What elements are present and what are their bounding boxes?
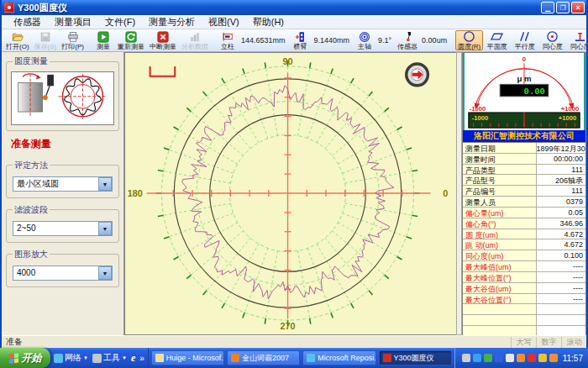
mode-concentricity-1[interactable]: 同心度 bbox=[538, 30, 566, 50]
toolbar-button-label: 分析数据 bbox=[181, 43, 208, 50]
rotate-arrow-button[interactable] bbox=[407, 64, 428, 86]
restore-button[interactable]: ❐ bbox=[556, 2, 570, 13]
method-combobox[interactable]: 最小区域圆 ▼ bbox=[13, 176, 113, 192]
quicklaunch-tools[interactable]: 工具▼ bbox=[92, 352, 127, 364]
table-row: 产品类型111 bbox=[463, 165, 585, 176]
column-readout-value: 144.6531mm bbox=[239, 36, 289, 45]
printer-tray-icon[interactable] bbox=[462, 354, 470, 362]
qq2-icon[interactable] bbox=[549, 354, 558, 362]
sensor-readout-button[interactable]: 传感器 bbox=[395, 31, 420, 50]
messenger-icon[interactable] bbox=[473, 354, 481, 362]
qq-icon[interactable] bbox=[517, 354, 525, 362]
result-label: 最大谷值(um) bbox=[463, 283, 537, 293]
menu-item-file[interactable]: 文件(F) bbox=[98, 15, 142, 29]
task-buttons: Huige - Microsof...金山词霸2007Microsoft Rep… bbox=[149, 348, 454, 368]
roundness-illustration bbox=[11, 71, 114, 125]
window-title: Y300圆度仪 bbox=[18, 2, 541, 14]
titlebar: Y300圆度仪 ▁ ❐ ✕ bbox=[2, 0, 586, 15]
print-button[interactable]: 打印(P) bbox=[59, 30, 87, 50]
toolbar-button-label: 圆度(R) bbox=[458, 43, 480, 50]
redo-icon bbox=[125, 31, 137, 43]
task-button[interactable]: Huige - Microsof... bbox=[151, 350, 224, 365]
column-readout-button[interactable]: 立柱 bbox=[216, 31, 239, 50]
windows-logo-icon bbox=[9, 353, 19, 363]
main-area: 圆度测量 bbox=[2, 52, 586, 335]
toolbar-button-label: 测量 bbox=[97, 43, 110, 50]
taskbar: 开始 网络▼工具▼e» Huige - Microsof...金山词霸2007M… bbox=[0, 348, 588, 368]
toolbar-button-label: 主轴 bbox=[358, 43, 371, 50]
remeasure-button[interactable]: 重新测量 bbox=[115, 30, 147, 50]
parallel-icon bbox=[518, 30, 531, 43]
open-button[interactable]: 打开(O) bbox=[3, 30, 32, 50]
magnification-combobox[interactable]: 4000 ▼ bbox=[13, 265, 113, 281]
task-label: Huige - Microsof... bbox=[166, 354, 224, 362]
toolbar-button-label: 中断测量 bbox=[150, 43, 176, 50]
menu-item-measure-analysis[interactable]: 测量与分析 bbox=[142, 15, 202, 29]
pen-icon[interactable] bbox=[538, 354, 547, 362]
chevron-down-icon[interactable]: ▼ bbox=[98, 222, 112, 235]
arm-readout-value: 9.1440mm bbox=[312, 36, 353, 45]
toolbar-button-label: 打印(P) bbox=[61, 43, 84, 50]
usb-icon[interactable] bbox=[506, 354, 514, 362]
result-value: 4.672 bbox=[537, 239, 585, 250]
toolbar-button-label: 立柱 bbox=[221, 43, 234, 50]
ready-status-text: 准备测量 bbox=[11, 137, 119, 151]
gauge-bar-max: +1000 bbox=[559, 114, 577, 122]
start-button[interactable]: 开始 bbox=[0, 348, 50, 368]
spindle-readout-button[interactable]: 主轴 bbox=[353, 31, 376, 50]
probe-icon bbox=[402, 31, 413, 43]
result-value: 206轴承 bbox=[537, 175, 585, 185]
task-button[interactable]: Y300圆度仪 bbox=[379, 350, 452, 365]
mode-flatness[interactable]: 平面度 bbox=[483, 30, 511, 50]
table-row: 测量日期1899年12月30日 bbox=[463, 143, 585, 154]
toolbar-button-label: 重新测量 bbox=[118, 43, 144, 50]
update-icon[interactable] bbox=[484, 354, 492, 362]
filter-band-combobox[interactable]: 2~50 ▼ bbox=[13, 221, 113, 236]
results-panel: 0 μ m 0.00 -1000 +1000 -1000 +1000 bbox=[462, 52, 586, 335]
ie-icon[interactable]: e bbox=[131, 352, 135, 365]
angle-label-180: 180 bbox=[128, 188, 143, 198]
alert-icon[interactable] bbox=[528, 354, 536, 362]
quicklaunch-network[interactable]: 网络▼ bbox=[54, 352, 88, 364]
toolbar-button-label: 平行度 bbox=[515, 43, 535, 50]
result-value: ---- bbox=[537, 283, 585, 293]
task-label: Y300圆度仪 bbox=[394, 353, 434, 364]
menu-item-measure-items[interactable]: 测量项目 bbox=[48, 15, 98, 29]
network-icon[interactable] bbox=[495, 354, 503, 362]
arm-icon bbox=[294, 31, 306, 43]
menu-item-help[interactable]: 帮助(H) bbox=[246, 15, 291, 29]
menu-item-view[interactable]: 视图(V) bbox=[202, 15, 246, 29]
result-value: 0379 bbox=[537, 197, 585, 207]
quicklaunch-label: 网络 bbox=[65, 352, 81, 364]
arm-readout: 横臂9.1440mm bbox=[288, 30, 353, 50]
task-app-icon bbox=[231, 354, 239, 362]
task-button[interactable]: Microsoft Reposi... bbox=[302, 350, 375, 365]
close-button[interactable]: ✕ bbox=[571, 2, 585, 13]
mode-roundness[interactable]: 圆度(R) bbox=[455, 30, 483, 50]
chevron-down-icon[interactable]: ▼ bbox=[98, 266, 112, 280]
status-text: 准备 bbox=[2, 336, 511, 348]
task-label: 金山词霸2007 bbox=[242, 353, 289, 364]
chevron-down-icon[interactable]: ▼ bbox=[98, 177, 112, 191]
plot-scrollbar[interactable] bbox=[456, 52, 462, 335]
interrupt-button[interactable]: 中断测量 bbox=[147, 30, 179, 50]
measure-button[interactable]: 测量 bbox=[92, 30, 115, 50]
sensor-readout-value: 0.00um bbox=[420, 36, 450, 45]
arm-readout-button[interactable]: 横臂 bbox=[288, 31, 312, 50]
menu-item-sensors[interactable]: 传感器 bbox=[7, 15, 48, 29]
mode-concentricity-2[interactable]: 同心度 bbox=[566, 30, 586, 50]
spindle-readout: 主轴9.1° bbox=[353, 30, 395, 50]
minimize-button[interactable]: ▁ bbox=[541, 2, 554, 13]
table-row: 测量时间00:00:00 bbox=[463, 154, 585, 165]
result-label: 偏心角(°) bbox=[463, 218, 537, 229]
status-pane: 数字 bbox=[536, 337, 561, 348]
table-row: 产品编号111 bbox=[463, 186, 585, 197]
method-groupbox: 评定方法 最小区域圆 ▼ bbox=[6, 160, 119, 198]
mode-parallelism[interactable]: 平行度 bbox=[511, 30, 538, 50]
table-row: 同心度(um)0.100 bbox=[463, 250, 585, 261]
sensor-readout: 传感器0.00um bbox=[395, 30, 450, 50]
task-button[interactable]: 金山词霸2007 bbox=[227, 350, 300, 365]
sidebar: 圆度测量 bbox=[2, 52, 124, 335]
quicklaunch-overflow[interactable]: » bbox=[139, 354, 144, 363]
status-pane: 大写 bbox=[511, 337, 536, 348]
